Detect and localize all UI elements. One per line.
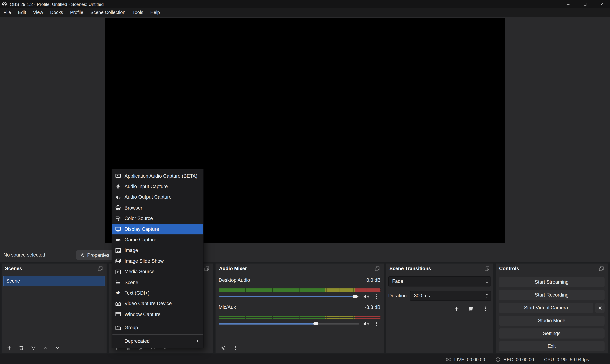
menubar-item[interactable]: Scene Collection: [87, 8, 129, 17]
volume-slider[interactable]: [219, 321, 359, 326]
toolbar-button[interactable]: [54, 344, 62, 352]
preview-area: No source selected Properties: [0, 17, 610, 262]
meter-bar: [219, 290, 380, 292]
toolbar-button[interactable]: [481, 305, 489, 312]
trash-icon: [468, 306, 474, 312]
toolbar-button[interactable]: [5, 344, 13, 352]
controls-title: Controls: [499, 266, 519, 271]
maximize-button[interactable]: [577, 0, 593, 8]
control-button[interactable]: Start Virtual Camera: [499, 303, 593, 313]
popout-icon[interactable]: [97, 266, 103, 272]
meter-scale: [219, 312, 380, 315]
spin-down-icon[interactable]: [485, 296, 489, 299]
duration-input[interactable]: 300 ms: [410, 291, 491, 301]
menubar-item[interactable]: Docks: [47, 8, 67, 17]
volume-slider-handle[interactable]: [353, 295, 358, 298]
add-source-menu-item[interactable]: Deprecated: [112, 336, 203, 346]
menubar-item[interactable]: Tools: [129, 8, 147, 17]
live-status: LIVE: 00:00:00: [446, 357, 485, 362]
slider-fill: [219, 296, 355, 297]
add-source-menu-item[interactable]: Game Capture: [112, 234, 203, 245]
meter-scale: [219, 285, 380, 288]
add-source-menu-item[interactable]: Image: [112, 245, 203, 256]
spin-up-icon[interactable]: [485, 278, 489, 281]
volume-slider[interactable]: [219, 294, 359, 299]
audio-mixer-toolbar: [216, 342, 384, 353]
add-source-menu-item[interactable]: Media Source: [112, 266, 203, 277]
transition-select[interactable]: Fade: [388, 276, 491, 286]
control-button[interactable]: Start Recording: [499, 290, 605, 300]
control-button[interactable]: Studio Mode: [499, 316, 605, 326]
add-source-menu-item[interactable]: ab Text (GDI+): [112, 288, 203, 299]
scenes-dock-title: Scenes: [5, 266, 22, 271]
speaker-icon: [115, 194, 121, 200]
toolbar-button[interactable]: [467, 305, 474, 312]
text-icon: ab: [115, 290, 121, 296]
minimize-button[interactable]: [560, 0, 576, 8]
add-source-menu-item[interactable]: Window Capture: [112, 309, 203, 320]
toolbar-button[interactable]: [219, 344, 227, 352]
cpu-fps-text: CPU: 0.1%, 59.94 fps: [544, 357, 589, 362]
popout-icon[interactable]: [204, 266, 210, 272]
svg-text:ab: ab: [116, 291, 120, 295]
add-source-menu-item[interactable]: Group: [112, 322, 203, 333]
titlebar: OBS 29.1.2 - Profile: Untitled - Scenes:…: [0, 0, 610, 8]
channel-menu-button[interactable]: [373, 320, 380, 328]
trash-icon: [19, 345, 24, 350]
performance-stats: CPU: 0.1%, 59.94 fps: [544, 357, 589, 362]
plus-icon: [7, 345, 12, 350]
add-source-menu-item[interactable]: Image Slide Show: [112, 256, 203, 266]
close-button[interactable]: [593, 0, 610, 8]
toolbar-button[interactable]: [17, 344, 25, 352]
popout-icon[interactable]: [374, 266, 380, 272]
control-button[interactable]: Settings: [499, 328, 605, 338]
channel-menu-button[interactable]: [373, 292, 380, 300]
speaker-icon[interactable]: [363, 321, 369, 327]
filter-icon: [31, 345, 36, 350]
no-source-label: No source selected: [3, 252, 45, 258]
add-source-menu-item[interactable]: Audio Output Capture: [112, 192, 203, 203]
menubar-item[interactable]: Edit: [14, 8, 29, 17]
close-icon: [600, 2, 603, 6]
add-source-menu-item[interactable]: Application Audio Capture (BETA): [112, 171, 203, 181]
rec-status: REC: 00:00:00: [495, 357, 534, 362]
virtual-camera-config-button[interactable]: [595, 303, 605, 313]
volume-slider-handle[interactable]: [313, 322, 318, 325]
toolbar-button[interactable]: [231, 344, 239, 352]
window-icon: [115, 312, 121, 317]
spin-up-icon[interactable]: [485, 293, 489, 296]
paint-icon: [115, 216, 121, 221]
add-source-menu-item[interactable]: Audio Input Capture: [112, 181, 203, 192]
toolbar-button[interactable]: [29, 344, 37, 352]
speaker-icon[interactable]: [363, 293, 369, 299]
control-row: Start Recording: [499, 290, 605, 300]
popout-icon[interactable]: [484, 266, 490, 272]
controls-body: Start Streaming Start Recording Start Vi…: [499, 274, 605, 351]
menubar-item[interactable]: Profile: [67, 8, 87, 17]
add-source-menu-item[interactable]: Display Capture: [112, 224, 203, 234]
scene-transitions-title: Scene Transitions: [390, 266, 431, 271]
popout-icon[interactable]: [598, 266, 604, 272]
spin-down-icon[interactable]: [485, 281, 489, 285]
add-source-menu-item[interactable]: Color Source: [112, 213, 203, 224]
scene-transitions-header: Scene Transitions: [386, 263, 493, 274]
properties-button[interactable]: Properties: [76, 250, 115, 260]
add-source-menu-item[interactable]: Scene: [112, 277, 203, 288]
scene-transitions-body: Fade Duration 300 ms: [386, 274, 493, 312]
control-button[interactable]: Start Streaming: [499, 277, 605, 287]
menubar-item[interactable]: Help: [147, 8, 163, 17]
volume-meter: [219, 316, 380, 319]
menubar-item[interactable]: View: [29, 8, 47, 17]
scenes-dock: Scenes Scene: [1, 263, 107, 353]
scene-list-item[interactable]: Scene: [3, 276, 105, 286]
scene-transitions-dock: Scene Transitions Fade Duration 300 ms: [386, 263, 493, 353]
add-source-menu-item[interactable]: Video Capture Device: [112, 299, 203, 309]
toolbar-button[interactable]: [452, 305, 460, 312]
media-icon: [115, 269, 121, 275]
toolbar-button[interactable]: [42, 344, 49, 352]
add-source-menu-item[interactable]: Browser: [112, 203, 203, 213]
control-button[interactable]: Exit: [499, 341, 605, 351]
duration-value: 300 ms: [414, 293, 430, 299]
menubar-item[interactable]: File: [0, 8, 14, 17]
transition-value: Fade: [392, 279, 403, 284]
